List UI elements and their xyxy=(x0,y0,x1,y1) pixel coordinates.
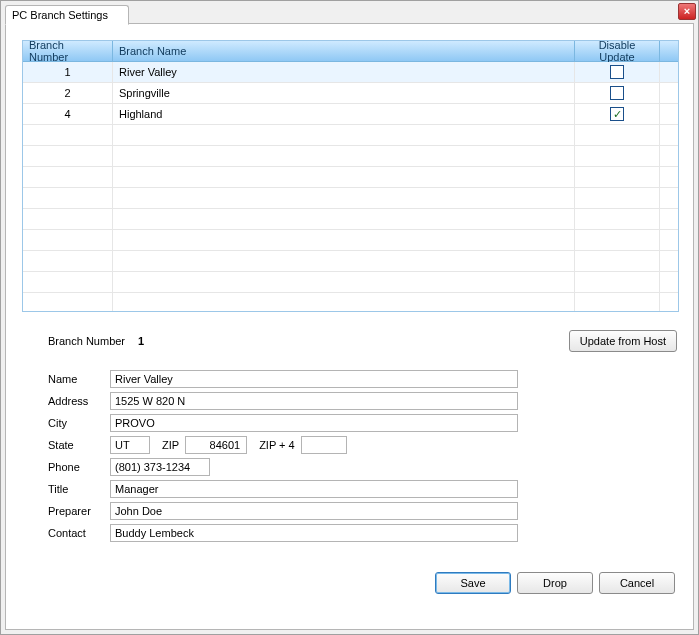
label-name: Name xyxy=(48,373,108,385)
table-row-empty xyxy=(23,272,678,293)
table-row[interactable]: 2Springville xyxy=(23,83,678,104)
label-zip: ZIP xyxy=(162,439,179,451)
cell-branch-name: Highland xyxy=(113,104,575,124)
cell-branch-name: River Valley xyxy=(113,62,575,82)
cell-spacer xyxy=(660,83,678,103)
disable-update-checkbox[interactable] xyxy=(610,86,624,100)
close-icon: × xyxy=(684,6,690,17)
contact-field[interactable] xyxy=(110,524,518,542)
table-row-empty xyxy=(23,125,678,146)
dialog-button-row: Save Drop Cancel xyxy=(22,572,677,594)
table-row-empty xyxy=(23,293,678,311)
cell-branch-number: 4 xyxy=(23,104,113,124)
label-preparer: Preparer xyxy=(48,505,108,517)
phone-field[interactable] xyxy=(110,458,210,476)
title-field[interactable] xyxy=(110,480,518,498)
cell-spacer xyxy=(660,104,678,124)
branch-number-label: Branch Number xyxy=(48,335,125,347)
table-row[interactable]: 1River Valley xyxy=(23,62,678,83)
table-row-empty xyxy=(23,251,678,272)
label-zip4: ZIP + 4 xyxy=(259,439,295,451)
grid-header: Branch Number Branch Name Disable Update xyxy=(23,41,678,62)
grid-body: 1River Valley2Springville4Highland✓ xyxy=(23,62,678,311)
cell-disable-update: ✓ xyxy=(575,104,660,124)
branch-number-value: 1 xyxy=(138,335,144,347)
cell-spacer xyxy=(660,62,678,82)
cell-branch-number: 1 xyxy=(23,62,113,82)
drop-button[interactable]: Drop xyxy=(517,572,593,594)
tab-page: Branch Number Branch Name Disable Update… xyxy=(5,23,694,630)
col-header-branch-name[interactable]: Branch Name xyxy=(113,41,575,61)
state-field[interactable] xyxy=(110,436,150,454)
table-row-empty xyxy=(23,230,678,251)
branch-grid[interactable]: Branch Number Branch Name Disable Update… xyxy=(22,40,679,312)
label-contact: Contact xyxy=(48,527,108,539)
dialog-window: PC Branch Settings × Branch Number Branc… xyxy=(0,0,699,635)
update-from-host-button[interactable]: Update from Host xyxy=(569,330,677,352)
zip4-field[interactable] xyxy=(301,436,347,454)
table-row-empty xyxy=(23,167,678,188)
table-row-empty xyxy=(23,146,678,167)
label-state: State xyxy=(48,439,108,451)
zip-field[interactable] xyxy=(185,436,247,454)
table-row-empty xyxy=(23,209,678,230)
tab-pc-branch-settings[interactable]: PC Branch Settings xyxy=(5,5,129,25)
cell-branch-name: Springville xyxy=(113,83,575,103)
details-panel: Branch Number 1 Update from Host Name Ad… xyxy=(22,330,677,594)
label-phone: Phone xyxy=(48,461,108,473)
branch-number-display: Branch Number 1 xyxy=(48,335,144,347)
preparer-field[interactable] xyxy=(110,502,518,520)
col-header-disable-update[interactable]: Disable Update xyxy=(575,41,660,61)
cancel-button[interactable]: Cancel xyxy=(599,572,675,594)
save-button[interactable]: Save xyxy=(435,572,511,594)
cell-disable-update xyxy=(575,83,660,103)
table-row-empty xyxy=(23,188,678,209)
disable-update-checkbox[interactable]: ✓ xyxy=(610,107,624,121)
tab-label: PC Branch Settings xyxy=(12,9,108,21)
city-field[interactable] xyxy=(110,414,518,432)
label-city: City xyxy=(48,417,108,429)
col-header-branch-number[interactable]: Branch Number xyxy=(23,41,113,61)
address-field[interactable] xyxy=(110,392,518,410)
name-field[interactable] xyxy=(110,370,518,388)
label-address: Address xyxy=(48,395,108,407)
table-row[interactable]: 4Highland✓ xyxy=(23,104,678,125)
col-header-spacer xyxy=(660,41,678,61)
label-title: Title xyxy=(48,483,108,495)
close-button[interactable]: × xyxy=(678,3,696,20)
disable-update-checkbox[interactable] xyxy=(610,65,624,79)
cell-branch-number: 2 xyxy=(23,83,113,103)
cell-disable-update xyxy=(575,62,660,82)
